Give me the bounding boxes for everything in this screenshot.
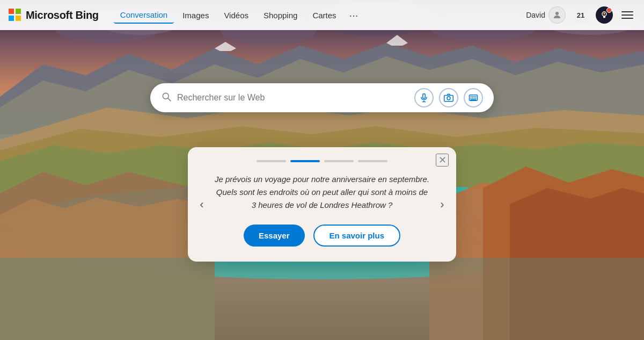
popup-next-button[interactable]: › — [434, 196, 451, 213]
svg-rect-29 — [423, 94, 426, 99]
prog-bar-3 — [324, 160, 354, 162]
rewards-icon[interactable] — [596, 6, 613, 24]
nav-images[interactable]: Images — [176, 8, 215, 23]
popup-prev-button[interactable]: ‹ — [193, 196, 210, 213]
prog-bar-1 — [257, 160, 286, 162]
camera-button[interactable] — [439, 88, 458, 107]
learn-more-button[interactable]: En savoir plus — [313, 225, 401, 247]
keyboard-button[interactable] — [464, 88, 483, 107]
navbar: Microsoft Bing Conversation Images Vidéo… — [0, 0, 644, 30]
progress-indicators — [214, 160, 430, 162]
user-name: David — [526, 11, 545, 19]
search-input[interactable] — [177, 93, 414, 103]
microsoft-logo — [9, 9, 21, 21]
svg-rect-23 — [0, 258, 644, 340]
logo-text: Microsoft Bing — [26, 9, 99, 21]
prog-bar-2 — [290, 160, 320, 162]
nav-more[interactable]: ··· — [345, 7, 363, 24]
svg-point-24 — [555, 12, 559, 15]
svg-point-27 — [163, 93, 169, 99]
search-container — [150, 83, 494, 112]
nav-cartes[interactable]: Cartes — [306, 8, 342, 23]
popup-buttons: Essayer En savoir plus — [214, 225, 430, 247]
popup-card: ✕ ‹ › Je prévois un voyage pour notre an… — [188, 147, 456, 262]
user-area[interactable]: David — [526, 6, 566, 24]
svg-line-28 — [168, 98, 171, 100]
hamburger-menu[interactable] — [619, 9, 635, 21]
nav-links: Conversation Images Vidéos Shopping Cart… — [114, 7, 526, 24]
user-avatar[interactable] — [548, 6, 566, 24]
search-tools — [414, 88, 483, 107]
search-icon — [161, 91, 172, 105]
popup-close-button[interactable]: ✕ — [436, 154, 449, 167]
nav-shopping[interactable]: Shopping — [257, 8, 304, 23]
popup-body-text: Je prévois un voyage pour notre annivers… — [214, 173, 430, 212]
nav-conversation[interactable]: Conversation — [114, 7, 174, 24]
logo-area[interactable]: Microsoft Bing — [9, 9, 99, 21]
microphone-button[interactable] — [414, 88, 434, 107]
nav-right: David 21 — [526, 6, 635, 24]
nav-videos[interactable]: Vidéos — [217, 8, 255, 23]
svg-rect-26 — [603, 16, 605, 18]
try-button[interactable]: Essayer — [244, 225, 305, 247]
prog-bar-4 — [358, 160, 387, 162]
search-box — [150, 83, 494, 112]
notification-badge[interactable]: 21 — [572, 6, 589, 24]
svg-point-33 — [447, 97, 450, 100]
